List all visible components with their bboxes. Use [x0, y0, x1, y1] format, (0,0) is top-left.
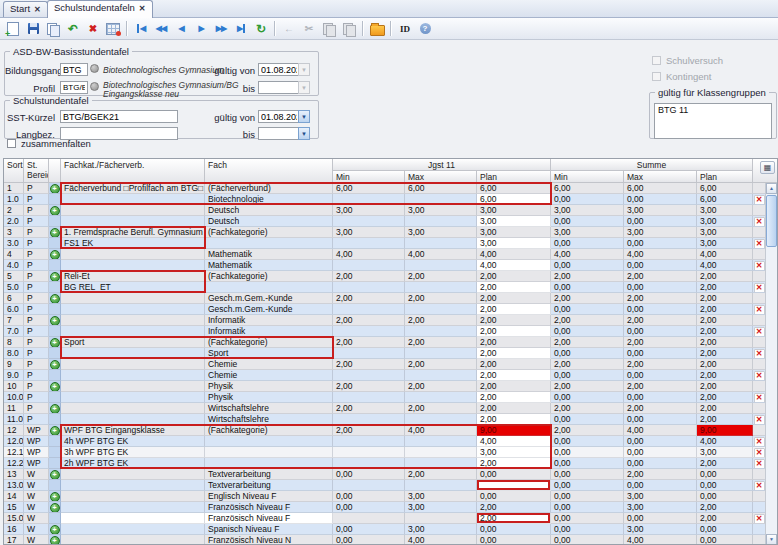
cell-jgst11-max[interactable]: 2,00: [405, 337, 477, 348]
cell-jgst11-plan[interactable]: 2,00: [477, 458, 551, 469]
cell-sort[interactable]: 14: [4, 491, 24, 502]
cell-jgst11-max[interactable]: 6,00: [405, 183, 477, 194]
cell-summe-min[interactable]: 3,00: [551, 205, 624, 216]
cell-jgst11-min[interactable]: 0,00: [333, 535, 405, 545]
cell-fachkat[interactable]: [61, 414, 205, 425]
cell-st-bereich[interactable]: WP: [24, 425, 49, 436]
cell-sort[interactable]: 1.0: [4, 194, 24, 205]
basis-bis-field[interactable]: [258, 81, 300, 94]
klassengruppen-item[interactable]: BTG 11: [655, 104, 771, 116]
cell-summe-max[interactable]: 2,00: [624, 271, 697, 282]
cell-fachkat[interactable]: [61, 194, 205, 205]
table-row[interactable]: 3P+1. Fremdsprache Berufl. Gymnasium EK(…: [4, 227, 765, 238]
cell-jgst11-max[interactable]: [405, 260, 477, 271]
table-row[interactable]: 12.0WP4h WPF BTG EK4,000,000,004,00✕: [4, 436, 765, 447]
cell-fachkat[interactable]: [61, 359, 205, 370]
table-row[interactable]: 4.0PMathematik4,000,000,004,00✕: [4, 260, 765, 271]
cell-summe-plan[interactable]: 3,00: [697, 216, 753, 227]
delete-row-icon[interactable]: ✕: [754, 448, 765, 458]
add-row-icon[interactable]: +: [50, 206, 60, 216]
cell-jgst11-min[interactable]: 2,00: [333, 425, 405, 436]
cell-jgst11-min[interactable]: [333, 447, 405, 458]
cell-summe-min[interactable]: 6,00: [551, 183, 624, 194]
cell-st-bereich[interactable]: P: [24, 326, 49, 337]
cell-summe-min[interactable]: 0,00: [551, 447, 624, 458]
table-row[interactable]: 8P+Sport(Fachkategorie)2,002,002,002,002…: [4, 337, 765, 348]
cell-summe-min[interactable]: 2,00: [551, 293, 624, 304]
delete-row-icon[interactable]: ✕: [754, 195, 765, 205]
cell-jgst11-plan[interactable]: 3,00: [477, 227, 551, 238]
cell-fach[interactable]: Französisch Niveau F: [205, 513, 333, 524]
cell-sort[interactable]: 4: [4, 249, 24, 260]
cell-summe-plan[interactable]: 4,00: [697, 260, 753, 271]
table-row[interactable]: 7P+Informatik2,002,002,002,002,002,00: [4, 315, 765, 326]
cell-jgst11-min[interactable]: 0,00: [333, 491, 405, 502]
cell-jgst11-min[interactable]: [333, 414, 405, 425]
cell-jgst11-max[interactable]: [405, 304, 477, 315]
cell-summe-max[interactable]: 0,00: [624, 216, 697, 227]
cell-summe-max[interactable]: 0,00: [624, 513, 697, 524]
cell-jgst11-max[interactable]: [405, 348, 477, 359]
cell-jgst11-max[interactable]: 3,00: [405, 502, 477, 513]
cell-summe-max[interactable]: 0,00: [624, 370, 697, 381]
cell-jgst11-min[interactable]: [333, 326, 405, 337]
cell-jgst11-max[interactable]: [405, 392, 477, 403]
cell-jgst11-max[interactable]: 2,00: [405, 271, 477, 282]
cell-fach[interactable]: Informatik: [205, 315, 333, 326]
scroll-down-button[interactable]: ▼: [766, 534, 777, 545]
cell-fachkat[interactable]: [61, 348, 205, 359]
cell-jgst11-plan[interactable]: 4,00: [477, 249, 551, 260]
cell-jgst11-min[interactable]: 2,00: [333, 315, 405, 326]
table-row[interactable]: 15.0WFranzösisch Niveau F2,000,000,002,0…: [4, 513, 765, 524]
cell-summe-min[interactable]: 0,00: [551, 370, 624, 381]
kontingent-checkbox[interactable]: [652, 72, 661, 81]
cell-sort[interactable]: 16: [4, 524, 24, 535]
save-button[interactable]: [23, 20, 43, 38]
cell-fach[interactable]: Textverarbeitung: [205, 480, 333, 491]
cell-summe-plan[interactable]: 3,00: [697, 238, 753, 249]
cell-summe-plan[interactable]: 6,00: [697, 194, 753, 205]
cell-summe-min[interactable]: 2,00: [551, 381, 624, 392]
cell-jgst11-max[interactable]: [405, 414, 477, 425]
undo-button[interactable]: ↶: [63, 20, 83, 38]
table-row[interactable]: 5P+Reli-Et(Fachkategorie)2,002,002,002,0…: [4, 271, 765, 282]
cell-jgst11-min[interactable]: [333, 370, 405, 381]
table-row[interactable]: 2P+Deutsch3,003,003,003,003,003,00: [4, 205, 765, 216]
column-chooser-button[interactable]: ▦: [760, 161, 775, 174]
cell-summe-plan[interactable]: 2,00: [697, 359, 753, 370]
sst-kuerzel-field[interactable]: [60, 110, 178, 123]
cell-summe-max[interactable]: 2,00: [624, 315, 697, 326]
cell-st-bereich[interactable]: P: [24, 381, 49, 392]
table-row[interactable]: 11P+Wirtschaftslehre2,002,002,002,002,00…: [4, 403, 765, 414]
cell-jgst11-plan[interactable]: 2,00: [477, 370, 551, 381]
table-row[interactable]: 2.0PDeutsch3,000,000,003,00✕: [4, 216, 765, 227]
cell-sort[interactable]: 12.1: [4, 447, 24, 458]
delete-row-icon[interactable]: ✕: [754, 393, 765, 403]
cell-summe-min[interactable]: 0,00: [551, 491, 624, 502]
cell-summe-min[interactable]: 0,00: [551, 513, 624, 524]
add-row-icon[interactable]: +: [50, 492, 60, 502]
table-row[interactable]: 9P+Chemie2,002,002,002,002,002,00: [4, 359, 765, 370]
table-row[interactable]: 17W+Französisch Niveau N0,004,000,000,00…: [4, 535, 765, 545]
table-row[interactable]: 3.0PFS1 EK3,000,000,003,00✕: [4, 238, 765, 249]
cell-fachkat[interactable]: [61, 491, 205, 502]
cell-jgst11-max[interactable]: 2,00: [405, 469, 477, 480]
next-record-button[interactable]: ▶: [191, 20, 211, 38]
cell-jgst11-max[interactable]: [405, 458, 477, 469]
cell-summe-min[interactable]: 2,00: [551, 271, 624, 282]
klassengruppen-listbox[interactable]: BTG 11: [654, 103, 772, 139]
cell-jgst11-plan[interactable]: 2,00: [477, 282, 551, 293]
cell-st-bereich[interactable]: P: [24, 205, 49, 216]
cell-jgst11-min[interactable]: 4,00: [333, 249, 405, 260]
cell-st-bereich[interactable]: P: [24, 238, 49, 249]
cell-st-bereich[interactable]: P: [24, 282, 49, 293]
cell-summe-min[interactable]: 0,00: [551, 326, 624, 337]
table-row[interactable]: 10.0PPhysik2,000,000,002,00✕: [4, 392, 765, 403]
cell-jgst11-max[interactable]: 2,00: [405, 403, 477, 414]
cell-summe-max[interactable]: 3,00: [624, 502, 697, 513]
table-row[interactable]: 1P+Fächerverbund □Profilfach am BTG□ (m.…: [4, 183, 765, 194]
cell-sort[interactable]: 17: [4, 535, 24, 545]
add-row-icon[interactable]: +: [50, 250, 60, 260]
cell-st-bereich[interactable]: P: [24, 348, 49, 359]
cell-st-bereich[interactable]: P: [24, 414, 49, 425]
